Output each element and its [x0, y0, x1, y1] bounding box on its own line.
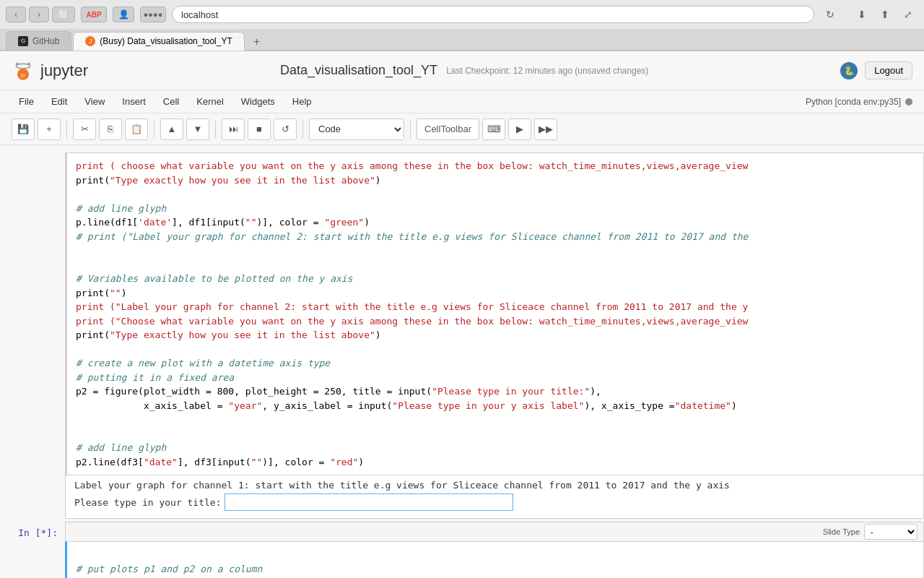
download-button[interactable]: ⬇ — [852, 7, 872, 22]
code-line-14: x_axis_label = "year", y_axis_label = in… — [76, 400, 737, 411]
code-line-9: print ("Choose what variable you want on… — [76, 316, 748, 327]
svg-text:ju: ju — [20, 72, 25, 78]
menu-items: File Edit View Insert Cell Kernel Widget… — [12, 93, 319, 110]
code-line-6: # Variables available to be plotted on t… — [76, 273, 353, 284]
forward-button[interactable]: › — [29, 7, 49, 22]
fullscreen-button[interactable]: ⤢ — [898, 7, 918, 22]
code-line-10: print("Type exactly how you see it in th… — [76, 329, 381, 340]
kernel-indicator: Python [conda env:py35] — [806, 97, 912, 107]
run-button[interactable]: ▶▶ — [534, 118, 557, 140]
window-button[interactable]: ⬜ — [52, 7, 75, 22]
cell-1-body: print ( choose what variable you want on… — [65, 152, 924, 519]
code-line-16: p2.line(df3["date"], df3[input("")], col… — [76, 457, 364, 467]
menu-edit[interactable]: Edit — [44, 93, 74, 110]
cell-toolbar-button[interactable]: CellToolbar — [417, 118, 479, 140]
nav-buttons: ‹ › ⬜ — [6, 7, 75, 22]
cell-2-blank — [76, 549, 82, 560]
tab-github[interactable]: G GitHub — [6, 31, 71, 50]
cell-2-body: Slide Type - slide subslide fragment ski… — [65, 522, 924, 578]
menu-insert[interactable]: Insert — [115, 93, 153, 110]
cell-2-input[interactable]: # put plots p1 and p2 on a column layout… — [65, 541, 924, 578]
tab-github-label: GitHub — [32, 36, 59, 46]
copy-button[interactable]: ⎘ — [99, 118, 122, 140]
save-button[interactable]: 💾 — [12, 118, 35, 140]
reload-button[interactable]: ↻ — [820, 7, 840, 22]
share-button[interactable]: ⬆ — [875, 7, 895, 22]
cell-1-prompt — [0, 152, 65, 519]
cut-button[interactable]: ✂ — [73, 118, 96, 140]
cell-2-toolbar: Slide Type - slide subslide fragment ski… — [65, 522, 924, 541]
code-line-2: print("Type exactly how you see it in th… — [76, 175, 381, 186]
move-up-button[interactable]: ▲ — [160, 118, 183, 140]
menu-help[interactable]: Help — [285, 93, 319, 110]
notebook-title-area: Data_visualisation_tool_YT Last Checkpoi… — [280, 63, 648, 78]
restart-button[interactable]: ↺ — [274, 118, 297, 140]
svg-point-3 — [27, 62, 30, 65]
notebook-content: print ( choose what variable you want on… — [0, 145, 924, 578]
adblock-button[interactable]: ABP — [81, 7, 107, 22]
code-line-3: # add line glyph — [76, 203, 166, 214]
jupyter-logo-icon: ju — [12, 59, 35, 82]
title-input[interactable] — [225, 493, 513, 511]
code-line-8: print ("Label your graph for channel 2: … — [76, 301, 748, 312]
code-line-13: p2 = figure(plot_width = 800, plot_heigh… — [76, 386, 601, 397]
slide-type-select-2[interactable]: - slide subslide fragment skip notes — [864, 524, 918, 540]
slide-type-label: Slide Type — [823, 527, 860, 536]
cell-2-comment: # put plots p1 and p2 on a column — [76, 564, 262, 574]
python-logo: 🐍 — [840, 62, 858, 79]
kernel-status-dot — [905, 98, 912, 105]
cell-type-select[interactable]: Code Markdown Raw NBConvert — [309, 118, 404, 140]
code-line-1: print ( choose what variable you want on… — [76, 160, 748, 171]
add-cell-button[interactable]: + — [38, 118, 61, 140]
input-prompt-area: Please type in your title: — [74, 491, 915, 514]
stop-button[interactable]: ■ — [248, 118, 271, 140]
menu-file[interactable]: File — [12, 93, 41, 110]
browser-tabs: G GitHub J (Busy) Data_visualisation_too… — [0, 29, 924, 51]
toolbar: 💾 + ✂ ⎘ 📋 ▲ ▼ ⏭ ■ ↺ Code Markdown Raw NB… — [0, 113, 924, 145]
code-line-15: # add line glyph — [76, 442, 166, 453]
back-button[interactable]: ‹ — [6, 7, 26, 22]
code-line-7: print("") — [76, 288, 126, 298]
code-line-11: # create a new plot with a datetime axis… — [76, 358, 330, 368]
url-bar[interactable]: localhost — [172, 6, 814, 23]
toolbar-sep-2 — [154, 121, 154, 138]
browser-chrome: ‹ › ⬜ ABP 👤 ●●●● localhost ↻ ⬇ ⬆ ⤢ G Git… — [0, 0, 924, 51]
jupyter-logo: ju jupyter — [12, 59, 88, 82]
menu-widgets[interactable]: Widgets — [234, 93, 282, 110]
cell-2: In [*]: Slide Type - slide subslide frag… — [0, 522, 924, 578]
tab-jupyter[interactable]: J (Busy) Data_visualisation_tool_YT — [73, 32, 244, 51]
skip-button[interactable]: ⏭ — [222, 118, 245, 140]
paste-button[interactable]: 📋 — [125, 118, 148, 140]
new-tab-button[interactable]: + — [249, 34, 265, 50]
cell-1: print ( choose what variable you want on… — [0, 152, 924, 519]
move-down-button[interactable]: ▼ — [186, 118, 209, 140]
toolbar-sep-1 — [66, 121, 67, 138]
cell-1-output: Label your graph for channel 1: start wi… — [65, 475, 924, 519]
menu-view[interactable]: View — [77, 93, 112, 110]
kernel-label: Python [conda env:py35] — [806, 97, 901, 107]
toolbar-sep-3 — [215, 121, 216, 138]
cell-1-input[interactable]: print ( choose what variable you want on… — [65, 152, 924, 475]
more-button[interactable]: ●●●● — [140, 7, 166, 22]
menu-kernel[interactable]: Kernel — [189, 93, 231, 110]
checkpoint-info: Last Checkpoint: 12 minutes ago (unsaved… — [446, 66, 648, 76]
run-above-button[interactable]: ▶ — [508, 118, 531, 140]
menu-cell[interactable]: Cell — [156, 93, 186, 110]
logout-button[interactable]: Logout — [865, 61, 912, 79]
jupyter-tab-icon: J — [85, 36, 95, 46]
browser-toolbar: ‹ › ⬜ ABP 👤 ●●●● localhost ↻ ⬇ ⬆ ⤢ — [0, 0, 924, 29]
keyboard-button[interactable]: ⌨ — [482, 118, 505, 140]
github-tab-icon: G — [18, 36, 28, 46]
code-line-12: # putting it in a fixed area — [76, 372, 234, 383]
notebook-name[interactable]: Data_visualisation_tool_YT — [280, 63, 437, 78]
cell-2-prompt: In [*]: — [0, 522, 65, 578]
profile-button[interactable]: 👤 — [113, 7, 134, 22]
tab-jupyter-label: (Busy) Data_visualisation_tool_YT — [100, 36, 232, 46]
svg-point-2 — [16, 62, 19, 65]
jupyter-header: ju jupyter Data_visualisation_tool_YT La… — [0, 51, 924, 90]
output-line-1: Label your graph for channel 1: start wi… — [74, 480, 915, 491]
toolbar-sep-4 — [302, 121, 303, 138]
toolbar-sep-5 — [410, 121, 411, 138]
input-prompt-label: Please type in your title: — [74, 497, 222, 508]
menu-bar: File Edit View Insert Cell Kernel Widget… — [0, 90, 924, 113]
